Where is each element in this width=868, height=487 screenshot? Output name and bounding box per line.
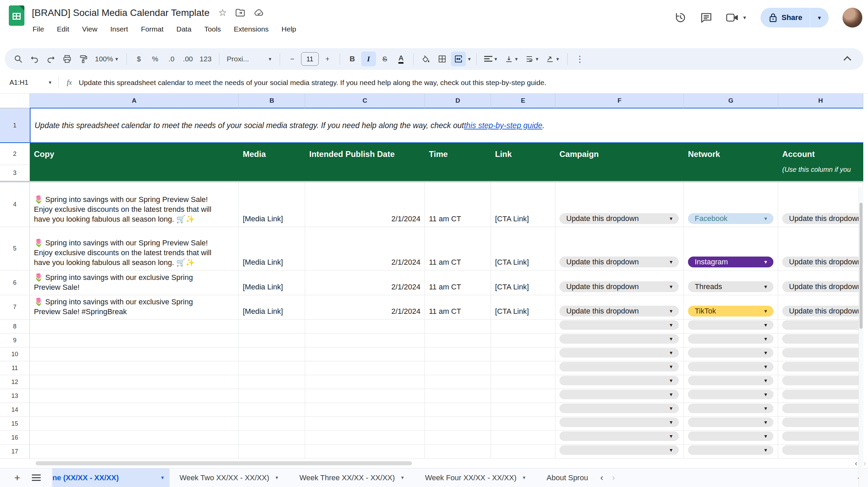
media-cell[interactable]: [Media Link] xyxy=(239,270,305,295)
header-media[interactable]: Media xyxy=(239,143,305,165)
cloud-saved-icon[interactable] xyxy=(254,9,264,17)
empty-cell[interactable] xyxy=(305,320,425,333)
empty-cell[interactable] xyxy=(305,445,425,459)
move-folder-icon[interactable] xyxy=(236,9,245,17)
redo-icon[interactable] xyxy=(43,52,58,66)
empty-cell[interactable] xyxy=(30,445,239,459)
campaign-dropdown[interactable]: ▼ xyxy=(559,320,679,330)
header-time[interactable]: Time xyxy=(425,143,491,165)
column-header-e[interactable]: E xyxy=(491,94,555,108)
time-cell[interactable]: 11 am CT xyxy=(425,182,491,227)
account-dropdown[interactable]: ▼ xyxy=(782,348,863,358)
column-header-d[interactable]: D xyxy=(425,94,491,108)
empty-cell[interactable] xyxy=(425,403,491,417)
empty-cell[interactable] xyxy=(425,389,491,403)
scroll-left-icon[interactable]: ‹ xyxy=(855,459,857,468)
font-size-input[interactable]: 11 xyxy=(301,52,319,66)
print-icon[interactable] xyxy=(60,52,75,66)
network-dropdown[interactable]: TikTok▼ xyxy=(688,306,773,317)
row-header[interactable]: 16 xyxy=(0,431,30,445)
paint-format-icon[interactable] xyxy=(76,52,91,66)
column-header-c[interactable]: C xyxy=(305,94,425,108)
row-header[interactable]: 10 xyxy=(0,347,30,361)
media-cell[interactable]: [Media Link] xyxy=(239,182,305,227)
header-sub-link[interactable] xyxy=(491,165,555,181)
date-cell[interactable]: 2/1/2024 xyxy=(305,182,425,227)
empty-cell[interactable] xyxy=(491,403,555,417)
italic-button[interactable]: I xyxy=(361,52,376,66)
column-header-g[interactable]: G xyxy=(684,94,778,108)
header-link[interactable]: Link xyxy=(491,143,555,165)
account-dropdown[interactable]: ▼ xyxy=(782,320,863,330)
empty-cell[interactable] xyxy=(305,347,425,361)
empty-cell[interactable] xyxy=(491,361,555,375)
empty-cell[interactable] xyxy=(239,431,305,445)
empty-cell[interactable] xyxy=(425,320,491,333)
account-dropdown[interactable]: ▼ xyxy=(782,362,863,371)
empty-cell[interactable] xyxy=(239,375,305,389)
empty-cell[interactable] xyxy=(305,389,425,403)
header-campaign[interactable]: Campaign xyxy=(555,143,684,165)
undo-icon[interactable] xyxy=(27,52,42,66)
empty-cell[interactable] xyxy=(30,347,239,361)
network-dropdown[interactable]: ▼ xyxy=(688,445,773,455)
header-sub-media[interactable] xyxy=(239,165,305,181)
network-dropdown[interactable]: ▼ xyxy=(688,362,773,371)
copy-cell[interactable]: 🌷 Spring into savings with our Spring Pr… xyxy=(30,227,239,270)
row-header[interactable]: 4 xyxy=(0,182,30,227)
share-button[interactable]: Share xyxy=(761,8,810,27)
campaign-dropdown[interactable]: ▼ xyxy=(559,362,679,371)
date-cell[interactable]: 2/1/2024 xyxy=(305,227,425,270)
network-dropdown[interactable]: ▼ xyxy=(688,431,773,441)
document-title[interactable]: [BRAND] Social Media Calendar Template xyxy=(32,7,210,18)
empty-cell[interactable] xyxy=(239,445,305,459)
empty-cell[interactable] xyxy=(491,431,555,445)
link-cell[interactable]: [CTA Link] xyxy=(491,270,555,295)
account-dropdown[interactable]: Update this dropdown▼ xyxy=(782,281,863,292)
bold-button[interactable]: B xyxy=(345,52,360,66)
empty-cell[interactable] xyxy=(491,417,555,431)
empty-cell[interactable] xyxy=(305,403,425,417)
horizontal-align-control[interactable]: ▼ xyxy=(481,52,501,66)
header-sub-time[interactable] xyxy=(425,165,491,181)
time-cell[interactable]: 11 am CT xyxy=(425,295,491,320)
copy-cell[interactable]: 🌷 Spring into savings with our exclusive… xyxy=(30,295,239,320)
comments-icon[interactable] xyxy=(700,12,712,24)
tab-dropdown-arrow-icon[interactable]: ▼ xyxy=(400,475,405,480)
row-header[interactable]: 8 xyxy=(0,320,30,333)
network-dropdown[interactable]: ▼ xyxy=(688,376,773,385)
empty-cell[interactable] xyxy=(305,431,425,445)
menu-help[interactable]: Help xyxy=(281,24,297,35)
meet-call-control[interactable]: ▼ xyxy=(726,13,747,23)
campaign-dropdown[interactable]: ▼ xyxy=(559,445,679,455)
add-sheet-icon[interactable]: + xyxy=(14,472,20,484)
row-header[interactable]: 17 xyxy=(0,445,30,459)
empty-cell[interactable] xyxy=(491,320,555,333)
date-cell[interactable]: 2/1/2024 xyxy=(305,295,425,320)
row-header[interactable]: 7 xyxy=(0,295,30,320)
network-dropdown[interactable]: Facebook▼ xyxy=(688,213,773,224)
text-color-button[interactable]: A xyxy=(394,52,409,66)
row-header[interactable]: 14 xyxy=(0,403,30,417)
more-formats-button[interactable]: 123 xyxy=(197,52,214,66)
increase-font-size-button[interactable]: + xyxy=(320,52,335,66)
name-box[interactable]: A1:H1 ▼ xyxy=(5,79,56,86)
tab-scroll-right-icon[interactable]: › xyxy=(612,472,615,483)
column-header-f[interactable]: F xyxy=(555,94,684,108)
vertical-align-control[interactable]: ▼ xyxy=(502,52,521,66)
network-dropdown[interactable]: ▼ xyxy=(688,404,773,413)
media-cell[interactable]: [Media Link] xyxy=(239,295,305,320)
strikethrough-button[interactable]: S xyxy=(377,52,392,66)
column-header-b[interactable]: B xyxy=(239,94,305,108)
font-select[interactable]: Proxi... ▼ xyxy=(224,52,275,66)
menu-file[interactable]: File xyxy=(32,24,45,35)
campaign-dropdown[interactable]: ▼ xyxy=(559,348,679,358)
tab-week-three[interactable]: Week Three XX/XX - XX/XX) ▼ xyxy=(289,468,415,487)
empty-cell[interactable] xyxy=(491,347,555,361)
horizontal-scrollbar-thumb[interactable] xyxy=(36,461,412,465)
row-header[interactable]: 2 xyxy=(0,143,30,165)
empty-cell[interactable] xyxy=(425,445,491,459)
version-history-icon[interactable] xyxy=(674,12,687,24)
row-header[interactable]: 3 xyxy=(0,165,30,181)
scroll-right-icon[interactable]: › xyxy=(864,459,866,468)
